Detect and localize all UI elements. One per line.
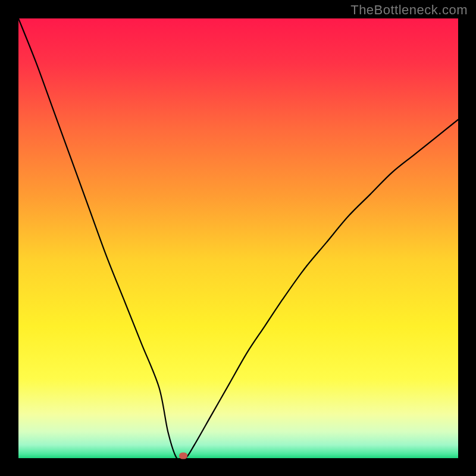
curve-layer [18, 18, 458, 458]
optimum-marker [179, 453, 187, 459]
chart-frame: TheBottleneck.com [0, 0, 476, 476]
bottleneck-curve [18, 18, 458, 458]
watermark-text: TheBottleneck.com [350, 2, 468, 18]
plot-area [18, 18, 458, 458]
